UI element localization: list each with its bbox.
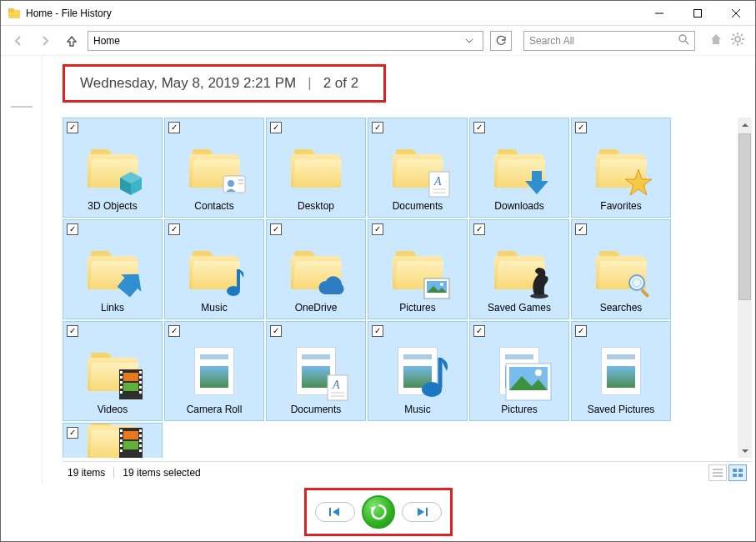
item-icon	[83, 138, 142, 197]
item-tile[interactable]: ✓Favorites	[571, 118, 671, 218]
item-icon	[287, 240, 345, 299]
checkbox-icon[interactable]: ✓	[372, 122, 383, 133]
checkbox-icon[interactable]: ✓	[372, 223, 383, 235]
item-tile[interactable]: ✓Music	[164, 219, 264, 319]
view-icons-button[interactable]	[728, 464, 747, 481]
item-icon	[592, 138, 650, 197]
item-tile[interactable]: ✓	[63, 423, 163, 458]
svg-rect-39	[123, 373, 138, 381]
scroll-up-icon[interactable]	[738, 118, 752, 132]
svg-rect-64	[120, 434, 123, 437]
item-tile[interactable]: ✓ADocuments	[368, 118, 468, 218]
item-tile[interactable]: ✓Videos	[63, 321, 163, 421]
close-button[interactable]	[717, 1, 755, 26]
svg-point-29	[227, 286, 240, 296]
svg-rect-71	[139, 444, 142, 447]
overlay-icon	[412, 354, 450, 404]
version-position: 2 of 2	[323, 75, 359, 92]
checkbox-icon[interactable]: ✓	[473, 122, 485, 133]
svg-rect-46	[139, 371, 142, 374]
item-icon	[83, 423, 142, 458]
address-dropdown-icon[interactable]	[461, 37, 478, 45]
previous-version-button[interactable]	[315, 502, 355, 522]
item-tile[interactable]: ✓Music	[368, 321, 468, 421]
item-label: Pictures	[501, 404, 537, 415]
svg-rect-78	[733, 474, 737, 477]
forward-button[interactable]	[34, 30, 56, 52]
item-icon	[83, 240, 142, 299]
item-label: 3D Objects	[88, 200, 137, 212]
refresh-button[interactable]	[490, 31, 512, 51]
overlay-icon	[423, 278, 450, 302]
svg-rect-72	[139, 449, 142, 452]
item-label: Saved Games	[488, 302, 551, 314]
svg-line-15	[741, 34, 743, 36]
search-input[interactable]: Search All	[523, 31, 695, 51]
checkbox-icon[interactable]: ✓	[270, 122, 282, 133]
item-label: Saved Pictures	[588, 404, 655, 415]
checkbox-icon[interactable]: ✓	[67, 427, 78, 439]
checkbox-icon[interactable]: ✓	[575, 325, 587, 337]
checkbox-icon[interactable]: ✓	[575, 223, 587, 235]
item-icon	[185, 138, 243, 197]
item-tile[interactable]: ✓Pictures	[469, 321, 569, 421]
minimize-button[interactable]	[640, 1, 678, 26]
home-icon[interactable]	[708, 32, 723, 49]
svg-text:A: A	[332, 379, 340, 391]
scroll-down-icon[interactable]	[738, 444, 752, 458]
next-version-button[interactable]	[402, 502, 442, 522]
item-tile[interactable]: ✓Downloads	[469, 118, 569, 218]
svg-rect-48	[139, 381, 142, 384]
scroll-thumb[interactable]	[738, 133, 751, 300]
svg-rect-61	[123, 431, 138, 439]
up-button[interactable]	[61, 30, 83, 52]
checkbox-icon[interactable]: ✓	[67, 122, 78, 133]
item-tile[interactable]: ✓Links	[63, 219, 163, 319]
checkbox-icon[interactable]: ✓	[270, 325, 282, 337]
checkbox-icon[interactable]: ✓	[372, 325, 383, 337]
item-label: Videos	[98, 404, 128, 415]
item-tile[interactable]: ✓OneDrive	[266, 219, 366, 319]
item-tile[interactable]: ✓Camera Roll	[164, 321, 264, 421]
restore-button[interactable]	[362, 495, 395, 529]
checkbox-icon[interactable]: ✓	[575, 122, 587, 133]
titlebar: Home - File History	[1, 1, 755, 26]
checkbox-icon[interactable]: ✓	[168, 223, 180, 235]
scrollbar[interactable]	[738, 118, 752, 458]
item-tile[interactable]: ✓Searches	[571, 219, 671, 319]
selected-count: 19 items selected	[123, 467, 200, 479]
item-tile[interactable]: ✓Desktop	[266, 118, 366, 218]
item-tile[interactable]: ✓3D Objects	[63, 118, 163, 218]
item-tile[interactable]: ✓Saved Pictures	[571, 321, 671, 421]
item-label: Music	[201, 302, 227, 314]
item-tile[interactable]: ✓ADocuments	[266, 321, 366, 421]
svg-point-33	[440, 283, 443, 286]
checkbox-icon[interactable]: ✓	[270, 223, 282, 235]
address-bar[interactable]: Home	[88, 31, 483, 51]
svg-point-59	[535, 369, 542, 376]
overlay-icon	[527, 266, 552, 302]
checkbox-icon[interactable]: ✓	[67, 223, 78, 235]
svg-rect-42	[120, 376, 123, 379]
checkbox-icon[interactable]: ✓	[67, 325, 78, 337]
overlay-icon	[117, 426, 145, 458]
checkbox-icon[interactable]: ✓	[473, 223, 485, 235]
overlay-icon	[115, 269, 145, 302]
item-tile[interactable]: ✓Pictures	[368, 219, 468, 319]
checkbox-icon[interactable]: ✓	[168, 122, 180, 133]
search-placeholder: Search All	[529, 35, 574, 47]
item-tile[interactable]: ✓Saved Games	[469, 219, 569, 319]
svg-rect-65	[120, 439, 123, 442]
checkbox-icon[interactable]: ✓	[473, 325, 485, 337]
svg-line-7	[685, 41, 688, 44]
gear-icon[interactable]	[730, 32, 745, 49]
svg-rect-63	[120, 429, 123, 432]
maximize-button[interactable]	[678, 1, 717, 26]
item-tile[interactable]: ✓Contacts	[164, 118, 264, 218]
checkbox-icon[interactable]: ✓	[168, 325, 180, 337]
overlay-icon	[623, 168, 653, 200]
item-label: Music	[404, 404, 430, 415]
back-button[interactable]	[8, 30, 29, 52]
svg-rect-69	[139, 434, 142, 437]
view-details-button[interactable]	[708, 464, 727, 481]
